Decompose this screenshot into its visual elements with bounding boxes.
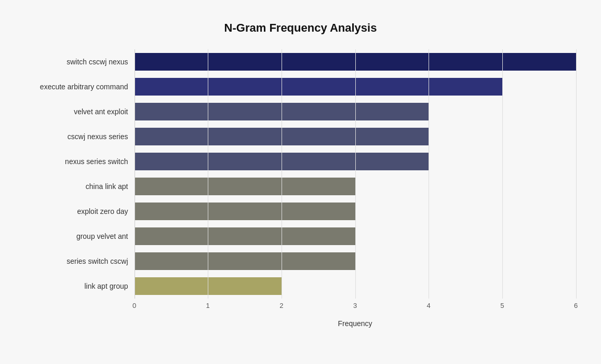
bar-area — [135, 224, 576, 249]
bar-area — [135, 49, 576, 74]
x-axis-area: 0123456 — [135, 302, 576, 317]
x-tick: 6 — [574, 302, 578, 309]
bar-label: group velvet ant — [25, 232, 135, 240]
x-tick-container: 0123456 — [135, 302, 576, 317]
bar-row: exploit zero day — [25, 199, 576, 224]
bar-label: series switch cscwj — [25, 257, 135, 265]
bar-label: link apt group — [25, 282, 135, 290]
x-tick: 1 — [206, 302, 210, 309]
bar-label: nexus series switch — [25, 157, 135, 166]
chart-body: switch cscwj nexusexecute arbitrary comm… — [25, 49, 576, 299]
bar — [135, 277, 282, 295]
bar-label: execute arbitrary command — [25, 83, 135, 91]
bar-label: exploit zero day — [25, 207, 135, 215]
bar — [135, 178, 356, 195]
bar-row: nexus series switch — [25, 149, 576, 174]
bar-label: china link apt — [25, 182, 135, 191]
bar-area — [135, 74, 576, 99]
bar-area — [135, 124, 576, 149]
bar-area — [135, 99, 576, 124]
bar-row: execute arbitrary command — [25, 74, 576, 99]
bar-row: cscwj nexus series — [25, 124, 576, 149]
bar — [135, 252, 356, 270]
bar-area — [135, 249, 576, 274]
bar-row: series switch cscwj — [25, 249, 576, 274]
bar-label: switch cscwj nexus — [25, 58, 135, 66]
bar-row: velvet ant exploit — [25, 99, 576, 124]
bar-area — [135, 199, 576, 224]
bar-label: velvet ant exploit — [25, 107, 135, 116]
bar-row: link apt group — [25, 274, 576, 299]
bar — [135, 153, 429, 170]
bar-row: group velvet ant — [25, 224, 576, 249]
bar-area — [135, 274, 576, 299]
bar-label: cscwj nexus series — [25, 132, 135, 141]
chart-title: N-Gram Frequency Analysis — [25, 21, 576, 35]
bar — [135, 53, 576, 71]
x-axis-label: Frequency — [135, 319, 576, 328]
bar — [135, 103, 429, 120]
x-tick: 0 — [132, 302, 136, 309]
x-tick: 2 — [279, 302, 283, 309]
bar — [135, 227, 356, 245]
bar — [135, 203, 356, 220]
x-tick: 5 — [500, 302, 504, 309]
x-tick: 3 — [353, 302, 357, 309]
bar-area — [135, 174, 576, 199]
x-tick: 4 — [427, 302, 431, 309]
bar-row: china link apt — [25, 174, 576, 199]
chart-container: N-Gram Frequency Analysis switch cscwj n… — [15, 6, 586, 359]
bar — [135, 128, 429, 145]
bar-row: switch cscwj nexus — [25, 49, 576, 74]
bar-area — [135, 149, 576, 174]
bar — [135, 78, 503, 96]
